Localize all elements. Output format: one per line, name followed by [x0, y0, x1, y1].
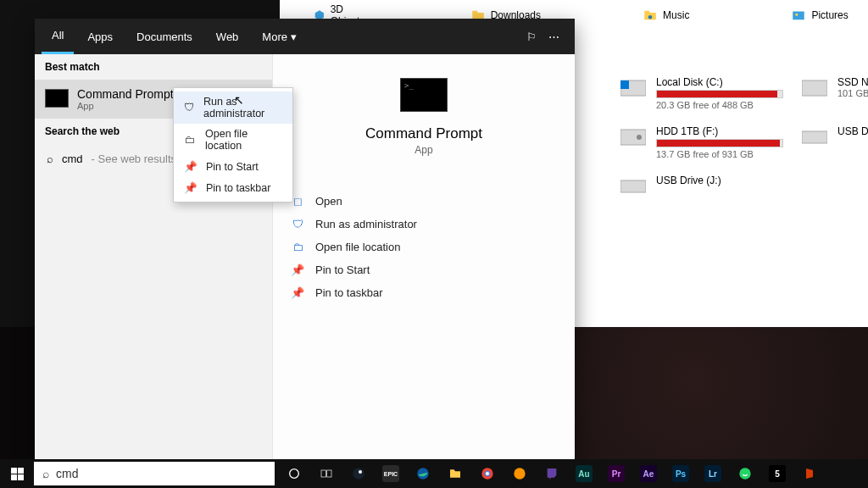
drive-free-text: 13.7 GB free of 931 GB: [656, 149, 790, 159]
app-5-icon[interactable]: 5: [761, 459, 793, 488]
twitch-icon[interactable]: [536, 459, 568, 488]
folder-label: Pictures: [811, 9, 848, 21]
drive-usb-j[interactable]: USB Drive (J:): [619, 175, 790, 197]
file-explorer-icon[interactable]: [439, 459, 471, 488]
chrome-icon[interactable]: [471, 459, 504, 488]
pin-icon: 📌: [290, 263, 305, 276]
whatsapp-icon[interactable]: [729, 459, 761, 488]
edge-icon[interactable]: [407, 459, 439, 488]
tab-apps[interactable]: Apps: [77, 19, 123, 54]
office-icon[interactable]: [793, 459, 826, 488]
tab-all[interactable]: All: [42, 19, 74, 54]
taskbar-apps: EPIC Au Pr Ae Ps Lr 5: [278, 459, 826, 488]
windows-drive-icon: [619, 76, 648, 98]
ctx-label: Open file location: [205, 128, 282, 152]
action-label: Run as administrator: [315, 218, 417, 230]
drive-name: HDD 1TB (F:): [656, 125, 790, 137]
usb-drive-icon: [619, 175, 648, 197]
svg-rect-4: [620, 80, 629, 89]
ctx-label: Pin to Start: [206, 161, 259, 173]
svg-point-10: [290, 469, 299, 479]
firefox-icon[interactable]: [504, 459, 536, 488]
svg-point-13: [353, 468, 364, 479]
epic-games-icon[interactable]: EPIC: [375, 459, 407, 488]
hdd-drive-icon: [619, 125, 648, 147]
shield-icon: 🛡: [290, 218, 305, 230]
drive-free-text: 20.3 GB free of 488 GB: [656, 100, 790, 110]
music-folder-icon: [643, 8, 658, 23]
folder-pictures[interactable]: Pictures: [791, 3, 848, 27]
folder-open-icon: 🗀: [184, 134, 197, 146]
pictures-folder-icon: [791, 8, 806, 23]
svg-point-18: [486, 472, 489, 475]
chevron-down-icon: ▾: [291, 30, 297, 43]
start-search-panel: All Apps Documents Web More ▾ ⚐ ⋯ Best m…: [35, 19, 575, 459]
audition-icon[interactable]: Au: [568, 459, 600, 488]
tab-more[interactable]: More ▾: [252, 19, 306, 54]
svg-point-14: [359, 470, 362, 474]
storage-bar: [656, 139, 783, 147]
more-options-icon[interactable]: ⋯: [548, 30, 559, 43]
cmd-preview-icon: [400, 78, 448, 112]
svg-rect-8: [802, 131, 827, 143]
svg-point-20: [739, 468, 750, 479]
action-run-admin[interactable]: 🛡Run as administrator: [287, 213, 561, 236]
action-pin-taskbar[interactable]: 📌Pin to taskbar: [287, 281, 561, 304]
ctx-pin-taskbar[interactable]: 📌Pin to taskbar: [174, 177, 292, 198]
tab-web[interactable]: Web: [206, 19, 249, 54]
svg-rect-12: [327, 470, 331, 477]
usb-drive-icon: [800, 125, 829, 147]
mouse-cursor-icon: ↖: [234, 93, 244, 107]
drive-name: SSD NVMe: [837, 76, 868, 88]
task-view-icon[interactable]: [310, 459, 342, 488]
search-icon: ⌕: [42, 467, 49, 480]
action-pin-start[interactable]: 📌Pin to Start: [287, 258, 561, 281]
start-button[interactable]: [0, 459, 34, 488]
ctx-open-location[interactable]: 🗀Open file location: [174, 124, 292, 156]
action-label: Open file location: [315, 241, 400, 253]
pin-icon: 📌: [184, 181, 198, 194]
search-text: cmd: [56, 467, 78, 480]
ctx-pin-start[interactable]: 📌Pin to Start: [174, 156, 292, 177]
cmd-app-icon: [45, 89, 69, 108]
tab-documents[interactable]: Documents: [126, 19, 203, 54]
drive-local-c[interactable]: Local Disk (C:) 20.3 GB free of 488 GB: [619, 76, 790, 110]
taskbar-search-box[interactable]: ⌕ cmd: [34, 462, 275, 485]
result-title: Command Prompt: [77, 87, 174, 101]
premiere-icon[interactable]: Pr: [600, 459, 632, 488]
ctx-run-admin[interactable]: 🛡Run as administrator: [174, 92, 292, 124]
web-hint-text: - See web results: [92, 152, 176, 165]
pin-icon: 📌: [184, 160, 198, 173]
action-label: Pin to Start: [315, 263, 370, 276]
folder-open-icon: 🗀: [290, 241, 305, 253]
after-effects-icon[interactable]: Ae: [632, 459, 665, 488]
svg-point-19: [514, 468, 525, 479]
drive-hdd-f[interactable]: HDD 1TB (F:) 13.7 GB free of 931 GB: [619, 125, 790, 159]
shield-icon: 🛡: [184, 102, 195, 114]
svg-rect-11: [321, 470, 326, 477]
cortana-icon[interactable]: [278, 459, 310, 488]
svg-rect-1: [793, 12, 805, 20]
search-preview-pane: Command Prompt App ◻Open 🛡Run as adminis…: [273, 54, 575, 459]
folder-label: Music: [663, 9, 689, 21]
drive-name: Local Disk (C:): [656, 76, 790, 88]
feedback-icon[interactable]: ⚐: [526, 30, 537, 43]
svg-point-7: [637, 135, 642, 140]
drive-name: USB Drive (J:): [656, 175, 790, 186]
result-subtitle: App: [77, 101, 174, 111]
search-tabs: All Apps Documents Web More ▾ ⚐ ⋯: [35, 19, 575, 54]
lightroom-icon[interactable]: Lr: [697, 459, 729, 488]
svg-point-0: [648, 15, 653, 19]
steam-icon[interactable]: [342, 459, 375, 488]
drive-name: USB Drive: [837, 125, 868, 137]
folder-music[interactable]: Music: [643, 3, 689, 27]
preview-title: Command Prompt: [365, 125, 482, 142]
drive-ssd-nvme[interactable]: SSD NVMe 101 GB free: [800, 76, 868, 110]
drive-usb[interactable]: USB Drive: [800, 125, 868, 159]
storage-bar: [656, 90, 783, 98]
action-open-location[interactable]: 🗀Open file location: [287, 236, 561, 258]
action-label: Pin to taskbar: [315, 286, 383, 299]
photoshop-icon[interactable]: Ps: [665, 459, 697, 488]
svg-rect-9: [620, 180, 646, 192]
action-open[interactable]: ◻Open: [287, 190, 561, 213]
